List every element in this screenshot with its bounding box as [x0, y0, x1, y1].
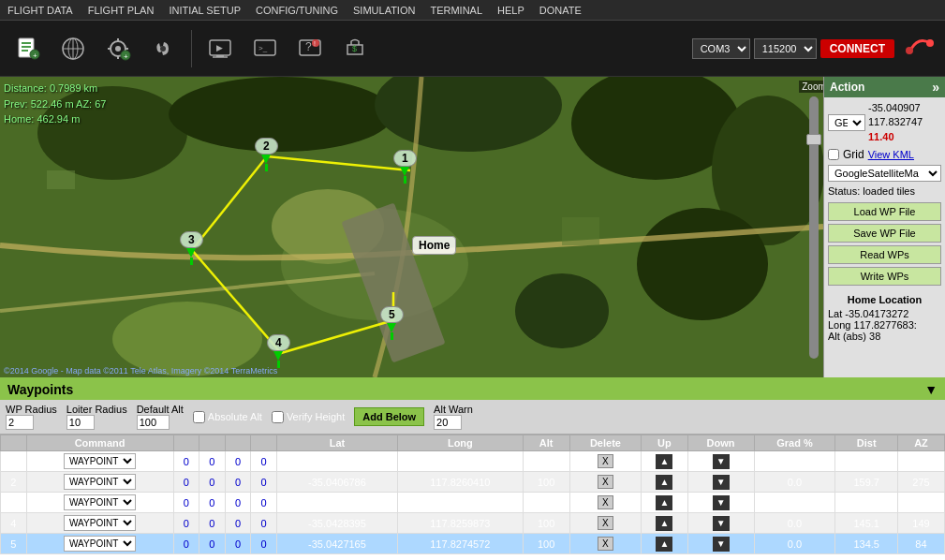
svg-text:▶: ▶ — [216, 43, 223, 52]
wp-alt: 100 — [523, 472, 569, 493]
config-tuning-btn[interactable] — [142, 28, 184, 69]
delete-waypoint-button[interactable]: X — [598, 454, 613, 468]
menu-flight-plan[interactable]: FLIGHT PLAN — [81, 3, 162, 18]
distance-label: Distance: 0.7989 km — [4, 81, 106, 96]
col-dist: Dist — [835, 435, 898, 451]
move-down-button[interactable]: ▼ — [713, 537, 730, 552]
coord-alt: 11.40 — [868, 130, 923, 144]
svg-point-35 — [169, 77, 393, 152]
wp-long: 117.8274572 — [398, 534, 524, 554]
delete-waypoint-button[interactable]: X — [598, 495, 613, 509]
alt-warn-label: Alt Warn — [434, 404, 473, 415]
terminal-btn[interactable]: >_ — [244, 28, 286, 69]
menu-donate[interactable]: DONATE — [532, 3, 589, 18]
help-btn[interactable]: ? ! — [289, 28, 331, 69]
load-wp-file-button[interactable]: Load WP File — [828, 202, 941, 221]
add-below-button[interactable]: Add Below — [354, 407, 424, 426]
wp-p1: 0 — [173, 493, 199, 513]
flight-plan-btn[interactable] — [52, 28, 94, 69]
svg-point-39 — [637, 208, 768, 320]
action-collapse-btn[interactable]: » — [932, 80, 939, 95]
zoom-slider-thumb[interactable] — [806, 134, 821, 145]
col-long: Long — [398, 435, 524, 451]
wp-command-cell: WAYPOINT — [26, 493, 173, 513]
donate-btn[interactable]: $ — [334, 28, 376, 69]
waypoint-marker-1[interactable]: 1 — [393, 150, 417, 184]
coord-lat: -35.040907 — [868, 101, 923, 115]
absolute-alt-checkbox[interactable] — [193, 411, 205, 423]
grid-checkbox[interactable] — [828, 149, 839, 160]
connect-button[interactable]: CONNECT — [820, 39, 894, 58]
delete-waypoint-button[interactable]: X — [598, 537, 613, 551]
read-wps-button[interactable]: Read WPs — [828, 245, 941, 264]
wp-az: 149 — [897, 513, 944, 534]
move-down-button[interactable]: ▼ — [713, 454, 730, 469]
save-wp-file-button[interactable]: Save WP File — [828, 224, 941, 243]
menu-initial-setup[interactable]: INITIAL SETUP — [161, 3, 248, 18]
waypoints-table: Command Lat Long Alt Delete Up Down Grad… — [0, 435, 945, 554]
wp-delete-cell: X — [569, 451, 642, 472]
baud-rate-select[interactable]: 115200 — [754, 38, 817, 59]
alt-warn-item: Alt Warn — [434, 404, 473, 430]
verify-height-checkbox[interactable] — [272, 411, 284, 423]
wp-command-select[interactable]: WAYPOINT — [64, 453, 136, 469]
delete-waypoint-button[interactable]: X — [598, 475, 613, 489]
wp-command-cell: WAYPOINT — [26, 513, 173, 534]
map-container[interactable]: Distance: 0.7989 km Prev: 522.46 m AZ: 6… — [0, 77, 823, 377]
move-up-button[interactable]: ▲ — [656, 516, 672, 531]
wp-p2: 0 — [199, 534, 226, 554]
map-copyright: ©2014 Google - Map data ©2011 Tele Atlas… — [4, 366, 277, 376]
loiter-radius-input[interactable] — [66, 415, 95, 430]
default-alt-input[interactable] — [137, 415, 170, 430]
menu-flight-data[interactable]: FLIGHT DATA — [0, 3, 81, 18]
move-up-button[interactable]: ▲ — [656, 495, 672, 510]
zoom-control: Zoom — [805, 81, 823, 359]
wp-command-select[interactable]: WAYPOINT — [64, 494, 136, 510]
wp-grad: 0.0 — [754, 472, 835, 493]
menu-simulation[interactable]: SIMULATION — [346, 3, 422, 18]
table-row: 3 WAYPOINT 0 0 0 0 -35.0417239 117.82516… — [1, 493, 945, 513]
coord-values: -35.040907 117.832747 11.40 — [868, 101, 923, 144]
menu-terminal[interactable]: TERMINAL — [422, 3, 490, 18]
menu-config-tuning[interactable]: CONFIG/TUNING — [248, 3, 346, 18]
svg-rect-1 — [22, 42, 31, 44]
waypoint-marker-2[interactable]: 2 — [255, 138, 278, 171]
wp-dist: 134.5 — [835, 534, 898, 554]
move-up-button[interactable]: ▲ — [656, 454, 672, 469]
menu-bar: FLIGHT DATA FLIGHT PLAN INITIAL SETUP CO… — [0, 0, 945, 21]
wp-up-cell: ▲ — [642, 451, 687, 472]
move-up-button[interactable]: ▲ — [656, 475, 672, 490]
flight-data-btn[interactable]: + — [7, 28, 49, 69]
delete-waypoint-button[interactable]: X — [598, 516, 613, 530]
move-up-button[interactable]: ▲ — [656, 537, 672, 552]
wp-command-select[interactable]: WAYPOINT — [64, 474, 136, 490]
alt-warn-input[interactable] — [434, 415, 462, 430]
zoom-slider-track[interactable] — [809, 96, 819, 359]
waypoints-toolbar: WP Radius Loiter Radius Default Alt Abso… — [0, 400, 945, 435]
waypoints-table-container: Command Lat Long Alt Delete Up Down Grad… — [0, 435, 945, 560]
move-down-button[interactable]: ▼ — [713, 475, 730, 490]
svg-rect-45 — [47, 170, 75, 189]
home-marker[interactable]: Home — [412, 236, 456, 255]
com-port-select[interactable]: COM3 — [692, 38, 750, 59]
waypoint-marker-4[interactable]: 4 — [267, 334, 290, 368]
coord-type-select[interactable]: GEO — [828, 114, 865, 131]
initial-setup-btn[interactable]: + — [97, 28, 139, 69]
waypoint-marker-3[interactable]: 3 — [180, 231, 203, 265]
wp-p1: 0 — [173, 451, 199, 472]
move-down-button[interactable]: ▼ — [713, 495, 730, 510]
menu-help[interactable]: HELP — [490, 3, 532, 18]
wp-radius-input[interactable] — [6, 415, 34, 430]
waypoints-collapse-btn[interactable]: ▼ — [924, 382, 938, 397]
home-location-section: Home Location Lat -35.04173272 Long 117.… — [828, 294, 941, 342]
view-kml-link[interactable]: View KML — [868, 149, 914, 160]
map-type-select[interactable]: GoogleSatelliteMa — [828, 165, 941, 182]
wp-command-select[interactable]: WAYPOINT — [64, 536, 136, 552]
move-down-button[interactable]: ▼ — [713, 516, 730, 531]
wp-long: 117.8260410 — [398, 472, 524, 493]
wp-lat: -35.0428395 — [276, 513, 397, 534]
simulation-btn[interactable]: ▶ — [199, 28, 241, 69]
wp-command-select[interactable]: WAYPOINT — [64, 515, 136, 531]
write-wps-button[interactable]: Write WPs — [828, 267, 941, 286]
waypoint-marker-5[interactable]: 5 — [380, 306, 404, 340]
